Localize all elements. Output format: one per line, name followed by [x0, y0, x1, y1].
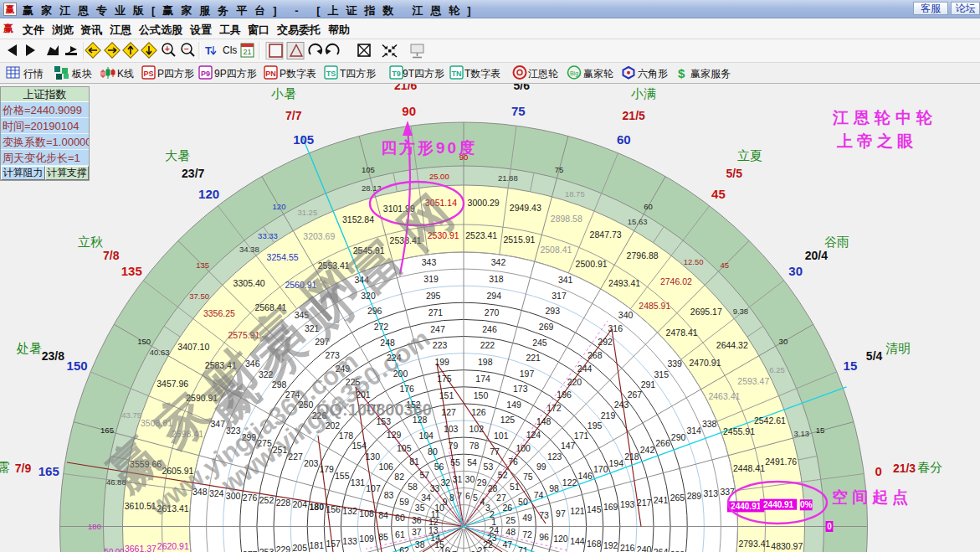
- svg-text:2500.91: 2500.91: [576, 259, 608, 269]
- svg-text:60: 60: [644, 202, 653, 211]
- svg-text:339: 339: [667, 359, 682, 369]
- svg-text:45: 45: [721, 261, 730, 270]
- svg-text:150: 150: [474, 390, 489, 400]
- svg-text:124: 124: [526, 430, 541, 440]
- svg-text:105: 105: [397, 443, 412, 453]
- svg-text:180: 180: [88, 522, 101, 531]
- svg-text:150: 150: [67, 359, 88, 373]
- svg-text:2898.58: 2898.58: [551, 214, 582, 224]
- svg-text:173: 173: [513, 384, 528, 394]
- svg-text:立秋: 立秋: [78, 235, 103, 249]
- svg-text:大暑: 大暑: [165, 148, 190, 163]
- svg-text:15: 15: [816, 426, 825, 435]
- svg-text:149: 149: [506, 400, 521, 410]
- svg-text:7/8: 7/8: [103, 249, 120, 262]
- svg-text:324: 324: [209, 488, 224, 498]
- svg-text:37: 37: [412, 527, 422, 537]
- svg-text:3152.84: 3152.84: [342, 214, 374, 224]
- svg-text:220: 220: [567, 377, 582, 387]
- svg-text:244: 244: [577, 364, 593, 374]
- svg-text:2491.76: 2491.76: [765, 457, 797, 467]
- svg-text:120: 120: [198, 187, 219, 201]
- svg-text:272: 272: [374, 322, 389, 332]
- svg-text:春分: 春分: [917, 460, 942, 474]
- svg-text:29: 29: [477, 477, 487, 488]
- svg-text:3.13: 3.13: [794, 429, 810, 438]
- svg-text:222: 222: [480, 340, 495, 350]
- svg-text:242: 242: [640, 445, 655, 455]
- svg-text:147: 147: [561, 441, 576, 451]
- svg-text:2593.47: 2593.47: [737, 376, 769, 386]
- svg-text:55: 55: [450, 457, 460, 467]
- svg-text:75: 75: [555, 165, 564, 174]
- svg-text:TN: TN: [452, 70, 462, 78]
- svg-text:316: 316: [608, 323, 623, 333]
- svg-text:2793.41: 2793.41: [738, 539, 770, 549]
- svg-text:229: 229: [276, 544, 291, 552]
- svg-text:291: 291: [641, 379, 656, 389]
- svg-text:9.38: 9.38: [733, 307, 749, 316]
- svg-text:71: 71: [518, 545, 528, 552]
- svg-text:谷雨: 谷雨: [824, 235, 849, 249]
- svg-text:180: 180: [310, 502, 325, 512]
- svg-text:24: 24: [489, 525, 499, 535]
- svg-text:109: 109: [359, 534, 374, 544]
- svg-text:51: 51: [510, 482, 520, 492]
- svg-text:82: 82: [394, 472, 404, 482]
- svg-text:293: 293: [546, 306, 561, 316]
- svg-text:76: 76: [508, 457, 518, 467]
- svg-text:107: 107: [366, 483, 381, 493]
- svg-text:179: 179: [319, 464, 334, 474]
- svg-text:7: 7: [457, 491, 462, 501]
- svg-text:7/7: 7/7: [285, 109, 302, 122]
- svg-text:270: 270: [485, 307, 500, 317]
- svg-text:79: 79: [449, 441, 459, 451]
- svg-text:30: 30: [465, 474, 475, 484]
- svg-text:33.33: 33.33: [258, 231, 278, 240]
- svg-text:269: 269: [539, 322, 554, 332]
- svg-text:126: 126: [471, 407, 486, 417]
- svg-text:219: 219: [601, 410, 616, 420]
- svg-text:292: 292: [598, 337, 613, 347]
- svg-text:2455.91: 2455.91: [723, 426, 755, 436]
- svg-text:4: 4: [480, 497, 485, 507]
- svg-text:150: 150: [137, 337, 151, 346]
- svg-text:58: 58: [408, 482, 418, 492]
- svg-text:37.50: 37.50: [189, 291, 209, 301]
- svg-text:2448.41: 2448.41: [733, 463, 765, 473]
- svg-text:240: 240: [637, 544, 652, 552]
- svg-text:立夏: 立夏: [737, 148, 762, 163]
- svg-text:105: 105: [293, 132, 314, 147]
- svg-text:338: 338: [702, 419, 717, 429]
- svg-text:319: 319: [423, 274, 439, 284]
- svg-text:23/8: 23/8: [42, 349, 64, 363]
- svg-text:197: 197: [520, 369, 535, 379]
- svg-text:245: 245: [532, 338, 547, 348]
- svg-text:97: 97: [556, 508, 566, 518]
- svg-text:2440.91: 2440.91: [763, 500, 794, 509]
- svg-text:2847.73: 2847.73: [590, 230, 622, 240]
- svg-text:103: 103: [444, 424, 459, 434]
- svg-text:56: 56: [434, 462, 444, 472]
- svg-text:2508.41: 2508.41: [540, 245, 572, 255]
- svg-text:125: 125: [500, 415, 516, 425]
- svg-text:小满: 小满: [630, 86, 656, 101]
- svg-text:74: 74: [534, 490, 544, 500]
- svg-text:85: 85: [378, 532, 388, 542]
- svg-text:105: 105: [362, 165, 375, 174]
- svg-text:221: 221: [526, 353, 541, 363]
- svg-text:TS: TS: [326, 70, 336, 78]
- svg-text:146: 146: [577, 471, 593, 481]
- svg-text:3: 3: [485, 503, 490, 513]
- svg-text:294: 294: [487, 291, 502, 301]
- svg-text:23/7: 23/7: [182, 167, 204, 180]
- svg-text:148: 148: [536, 416, 552, 426]
- svg-text:35: 35: [415, 503, 425, 513]
- svg-text:0: 0: [827, 522, 832, 531]
- svg-text:$: $: [678, 66, 685, 80]
- svg-text:60: 60: [617, 132, 631, 147]
- svg-text:265: 265: [670, 493, 685, 503]
- svg-text:33: 33: [430, 483, 440, 493]
- svg-text:84: 84: [378, 510, 388, 520]
- svg-text:27: 27: [496, 493, 506, 503]
